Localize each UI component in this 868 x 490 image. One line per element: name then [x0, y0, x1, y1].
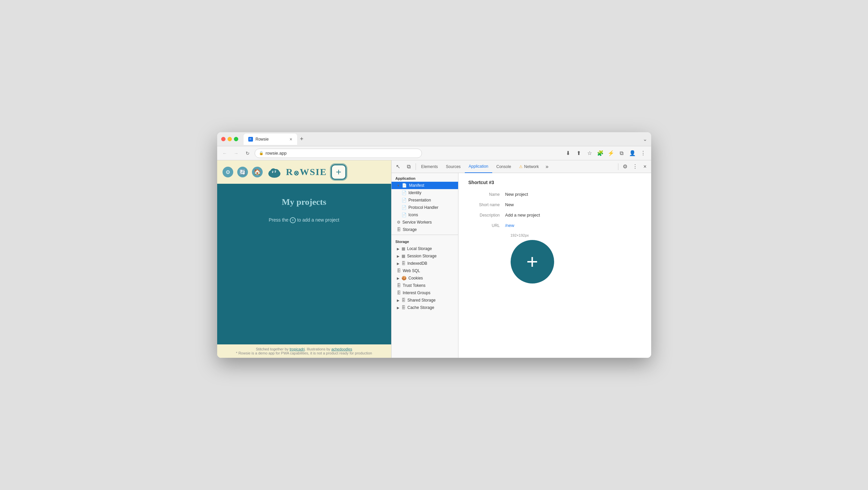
gear-icon-sw: ⚙ — [397, 220, 401, 224]
sidebar-item-icons[interactable]: 📄 Icons — [392, 211, 458, 219]
sidebar-item-web-sql[interactable]: 🗄 Web SQL — [392, 267, 458, 274]
cast-button[interactable]: ⚡ — [606, 149, 616, 158]
file-icon-presentation: 📄 — [402, 198, 407, 203]
new-tab-button[interactable]: + — [297, 134, 307, 144]
shortname-value: New — [505, 202, 514, 207]
shortcut-row-description: Description Add a new project — [468, 213, 641, 218]
bookmark-button[interactable]: ☆ — [585, 149, 594, 158]
sidebar-item-identity[interactable]: 📄 Identity — [392, 189, 458, 196]
devtools-panel: ↖ ⧉ Elements Sources Application Console… — [391, 160, 651, 358]
file-icon-icons: 📄 — [402, 213, 407, 217]
main-content: ⚙ 🔄 🏠 — [217, 160, 651, 358]
storage-section-title: Storage — [392, 236, 458, 245]
minimize-traffic-light[interactable] — [227, 137, 232, 141]
inspect-element-tool[interactable]: ↖ — [393, 161, 404, 172]
extensions-button[interactable]: 🧩 — [596, 149, 605, 158]
traffic-lights — [221, 137, 238, 141]
title-bar: R Rowsie × + ⌄ — [217, 132, 651, 146]
devtools-body: Application ▼ 📄 Manifest 📄 Identity 📄 — [392, 173, 651, 358]
devtools-more-button[interactable]: ⋮ — [630, 162, 640, 172]
browser-tab[interactable]: R Rowsie × — [244, 133, 297, 145]
more-tabs-button[interactable]: » — [543, 164, 551, 170]
file-icon-protocol: 📄 — [402, 205, 407, 210]
shortcut-plus-icon: + — [526, 252, 538, 272]
reload-button[interactable]: ↻ — [243, 149, 252, 158]
cookies-icon: 🍪 — [402, 276, 407, 280]
sidebar-item-shared-storage[interactable]: ▶ 🗄 Shared Storage — [392, 297, 458, 304]
add-project-button[interactable]: + — [331, 164, 346, 180]
storage-icon-websql: 🗄 — [397, 269, 401, 273]
file-icon-identity: 📄 — [402, 190, 407, 195]
tab-console[interactable]: Console — [492, 160, 515, 173]
achedoodles-link[interactable]: achedoodles — [331, 347, 352, 351]
footer-line1: Stitched together by tropicadri. Illustr… — [222, 347, 386, 351]
shortcut-row-shortname: Short name New — [468, 202, 641, 207]
viewport-body: My projects Press the + to add a new pro… — [217, 184, 391, 344]
rowsie-logo-text: R⊗WSIE — [286, 167, 327, 177]
tab-network[interactable]: ⚠ Network — [515, 160, 543, 173]
devtools-sidebar: Application ▼ 📄 Manifest 📄 Identity 📄 — [392, 173, 458, 358]
expand-icon-indexeddb: ▶ — [397, 262, 400, 266]
sidebar-item-interest-groups[interactable]: 🗄 Interest Groups — [392, 289, 458, 297]
shortcut-image: + — [510, 240, 554, 283]
tropicadri-link[interactable]: tropicadri — [289, 347, 305, 351]
sidebar-item-storage-app[interactable]: 🗄 Storage — [392, 226, 458, 233]
devtools-topbar: ↖ ⧉ Elements Sources Application Console… — [392, 160, 651, 173]
tab-close-button[interactable]: × — [289, 136, 292, 142]
sidebar-item-local-storage[interactable]: ▶ ▦ Local Storage — [392, 245, 458, 252]
file-icon-manifest: 📄 — [402, 183, 407, 188]
sidebar-item-manifest[interactable]: ▼ 📄 Manifest — [392, 182, 458, 189]
chevron-down-icon[interactable]: ⌄ — [643, 136, 647, 142]
tab-title: Rowsie — [256, 137, 287, 142]
sidebar-item-session-storage[interactable]: ▶ ▦ Session Storage — [392, 252, 458, 260]
sidebar-item-service-workers[interactable]: ⚙ Service Workers — [392, 219, 458, 226]
address-text: rowsie.app — [266, 151, 287, 156]
tab-application[interactable]: Application — [465, 160, 493, 173]
actions-separator — [618, 163, 618, 170]
forward-button[interactable]: → — [232, 149, 241, 158]
devtools-actions: ⚙ ⋮ × — [617, 162, 650, 172]
expand-icon-cache-storage: ▶ — [397, 306, 400, 310]
footer-line2: * Rowsie is a demo app for PWA capabilit… — [222, 351, 386, 355]
viewport-description: Press the + to add a new project — [269, 217, 339, 223]
devtools-settings-button[interactable]: ⚙ — [620, 162, 630, 172]
svg-point-7 — [275, 172, 276, 173]
shortcut-row-name: Name New project — [468, 192, 641, 197]
sidebar-item-cache-storage[interactable]: ▶ 🗄 Cache Storage — [392, 304, 458, 311]
expand-icon-shared-storage: ▶ — [397, 299, 400, 302]
profile-button[interactable]: 👤 — [628, 149, 637, 158]
sidebar-item-presentation[interactable]: 📄 Presentation — [392, 196, 458, 204]
shortcut-image-area: 192×192px + — [468, 233, 641, 283]
back-icon: ← — [222, 151, 227, 156]
address-input[interactable]: 🔒 rowsie.app — [255, 149, 422, 158]
devtools-close-button[interactable]: × — [641, 162, 650, 172]
sidebar-divider — [392, 235, 458, 235]
close-traffic-light[interactable] — [221, 137, 225, 141]
download-button[interactable]: ⬇ — [563, 149, 573, 158]
viewport-header: ⚙ 🔄 🏠 — [217, 160, 391, 184]
sidebar-item-trust-tokens[interactable]: 🗄 Trust Tokens — [392, 282, 458, 289]
back-button[interactable]: ← — [220, 149, 229, 158]
storage-icon-indexeddb: 🗄 — [402, 261, 406, 266]
viewport: ⚙ 🔄 🏠 — [217, 160, 391, 358]
url-label: URL — [468, 223, 505, 228]
reload-app-btn[interactable]: 🔄 — [237, 167, 248, 177]
tab-favicon: R — [248, 137, 253, 142]
maximize-traffic-light[interactable] — [234, 137, 238, 141]
window-controls: ⌄ — [643, 136, 647, 142]
menu-button[interactable]: ⋮ — [639, 149, 648, 158]
split-button[interactable]: ⧉ — [617, 149, 626, 158]
tab-sources[interactable]: Sources — [442, 160, 465, 173]
reload-icon: ↻ — [246, 151, 250, 156]
shortcut-title: Shortcut #3 — [468, 180, 641, 185]
share-button[interactable]: ⬆ — [574, 149, 584, 158]
tab-elements[interactable]: Elements — [417, 160, 442, 173]
sidebar-item-protocol-handler[interactable]: 📄 Protocol Handler — [392, 204, 458, 211]
url-link[interactable]: /new — [505, 223, 514, 228]
home-btn[interactable]: 🏠 — [252, 167, 263, 177]
settings-icon-btn[interactable]: ⚙ — [222, 167, 233, 177]
sidebar-item-indexeddb[interactable]: ▶ 🗄 IndexedDB — [392, 260, 458, 267]
sidebar-item-cookies[interactable]: ▶ 🍪 Cookies — [392, 274, 458, 282]
device-toolbar-tool[interactable]: ⧉ — [404, 161, 414, 172]
name-value: New project — [505, 192, 528, 197]
